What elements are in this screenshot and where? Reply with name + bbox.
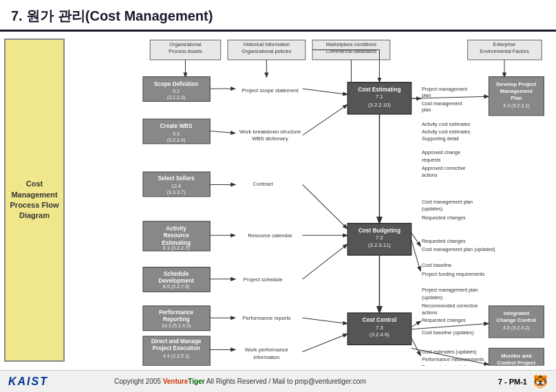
svg-line-81	[303, 184, 348, 228]
svg-text:7.1: 7.1	[376, 94, 383, 100]
svg-text:7.2: 7.2	[376, 235, 383, 241]
svg-text:(3.2.2.10): (3.2.2.10)	[368, 102, 391, 108]
svg-text:Project scope statement: Project scope statement	[242, 87, 299, 94]
svg-text:Cost Control: Cost Control	[363, 317, 397, 323]
svg-text:Project funding requirements: Project funding requirements	[422, 272, 485, 277]
svg-text:Activity cost estimates: Activity cost estimates	[422, 129, 471, 135]
svg-text:requests: requests	[422, 157, 441, 163]
svg-text:Enterprise: Enterprise	[493, 42, 516, 47]
svg-text:Work breakdown structure: Work breakdown structure	[239, 129, 301, 135]
svg-text:4.4 (3.2.5.1): 4.4 (3.2.5.1)	[163, 353, 190, 359]
svg-text:Schedule: Schedule	[164, 271, 189, 277]
kaist-logo: KAIST	[8, 375, 48, 388]
svg-line-80	[303, 105, 348, 135]
svg-line-85	[303, 334, 348, 352]
svg-text:Commercial databases: Commercial databases	[326, 49, 377, 54]
svg-text:Change Control: Change Control	[497, 317, 537, 323]
svg-text:plan: plan	[422, 107, 431, 113]
svg-text:actions: actions	[422, 173, 438, 178]
svg-text:(3.2.2.4): (3.2.2.4)	[167, 138, 186, 143]
svg-text:information: information	[253, 354, 279, 360]
svg-text:(3.1.2.3): (3.1.2.3)	[167, 95, 186, 100]
svg-text:Performance: Performance	[159, 309, 194, 316]
svg-text:Cost management: Cost management	[422, 101, 462, 107]
svg-text:Process Assets: Process Assets	[169, 49, 202, 54]
svg-text:Approved corrective: Approved corrective	[422, 166, 466, 171]
svg-text:Management: Management	[500, 88, 533, 94]
svg-text:5.3: 5.3	[173, 131, 180, 137]
svg-text:Project management plan: Project management plan	[422, 287, 478, 293]
svg-text:(updates): (updates)	[422, 206, 442, 212]
venturetiger-icon: 🐯	[533, 374, 548, 389]
svg-text:Requested changes: Requested changes	[422, 318, 466, 323]
svg-text:Cost management plan (updated): Cost management plan (updated)	[422, 247, 495, 252]
svg-line-79	[303, 89, 348, 94]
svg-text:Performance reports: Performance reports	[242, 315, 290, 321]
sidebar-label: Cost Management Process Flow Diagram	[4, 39, 65, 362]
svg-text:5.2: 5.2	[173, 89, 180, 94]
svg-text:Work performance: Work performance	[245, 347, 288, 353]
svg-text:Cost management plan: Cost management plan	[422, 199, 473, 205]
svg-text:Supporting detail: Supporting detail	[422, 136, 459, 142]
svg-text:10.3 (5.2.4.5): 10.3 (5.2.4.5)	[162, 323, 191, 329]
svg-text:Plan: Plan	[511, 95, 522, 101]
svg-text:Cost Estimating: Cost Estimating	[358, 87, 400, 93]
footer-left: KAIST	[8, 375, 48, 388]
svg-text:Resource calendar: Resource calendar	[248, 232, 292, 239]
svg-line-134	[411, 323, 489, 329]
svg-text:(3.2.4.6): (3.2.4.6)	[370, 331, 389, 338]
svg-text:Activity cost estimates: Activity cost estimates	[422, 122, 471, 127]
svg-text:Resource: Resource	[163, 232, 189, 239]
svg-line-135	[411, 338, 420, 356]
main-content: Cost Management Process Flow Diagram Org…	[0, 32, 556, 369]
svg-text:Forecasted completion: Forecasted completion	[422, 364, 471, 366]
svg-line-84	[303, 318, 348, 323]
svg-text:4.3 (3.2.3.1): 4.3 (3.2.3.1)	[503, 103, 530, 109]
svg-text:Develop Project: Develop Project	[496, 81, 537, 87]
svg-text:Organizational policies: Organizational policies	[242, 49, 291, 54]
svg-text:6.5 (3.2.7.9): 6.5 (3.2.7.9)	[163, 284, 190, 290]
svg-text:12.4: 12.4	[171, 184, 181, 189]
diagram-area: Organizational Process Assets Historical…	[69, 32, 556, 369]
svg-text:Project Execution: Project Execution	[152, 345, 200, 351]
svg-line-83	[303, 245, 348, 279]
svg-line-60	[210, 131, 235, 133]
svg-text:Monitor and: Monitor and	[501, 353, 531, 359]
svg-text:Requested changes: Requested changes	[422, 239, 466, 244]
svg-text:Direct and Manage: Direct and Manage	[151, 338, 202, 345]
svg-text:Marketplace conditions: Marketplace conditions	[326, 42, 377, 47]
brand2: Tiger	[188, 378, 204, 385]
svg-text:Create WBS: Create WBS	[160, 123, 193, 129]
svg-text:Requested changes: Requested changes	[422, 215, 466, 221]
svg-text:Project management: Project management	[422, 87, 467, 92]
svg-text:Development: Development	[158, 278, 194, 284]
svg-line-133	[411, 321, 420, 327]
svg-text:Cost baseline (updates): Cost baseline (updates)	[422, 330, 474, 336]
flow-diagram: Organizational Process Assets Historical…	[72, 34, 553, 366]
svg-text:Organizational: Organizational	[169, 42, 202, 47]
header: 7. 원가 관리(Cost Management)	[0, 0, 556, 32]
footer-right: 7 - PM-1 🐯	[498, 374, 548, 389]
svg-text:Project schedule: Project schedule	[244, 276, 283, 283]
footer-center: Copyright 2005 VentureTiger All Rights R…	[114, 378, 366, 385]
svg-text:WBS dictionary: WBS dictionary	[252, 135, 288, 142]
svg-text:actions: actions	[422, 310, 438, 316]
svg-text:Environmental Factors: Environmental Factors	[480, 49, 529, 54]
brand1: Venture	[163, 378, 189, 385]
svg-text:Select Sellers: Select Sellers	[158, 175, 195, 182]
svg-text:4.6 (3.2.4.2): 4.6 (3.2.4.2)	[503, 325, 530, 331]
svg-text:Cost estimates (updates): Cost estimates (updates)	[422, 349, 477, 355]
svg-text:Control Project: Control Project	[498, 360, 536, 366]
page-number: 7 - PM-1	[498, 378, 527, 386]
svg-text:(updates): (updates)	[422, 295, 442, 301]
svg-text:Reporting: Reporting	[163, 316, 190, 323]
svg-text:Cost Budgeting: Cost Budgeting	[359, 228, 400, 234]
page-title: 7. 원가 관리(Cost Management)	[11, 8, 213, 23]
svg-text:Scope Definition: Scope Definition	[154, 81, 199, 87]
svg-text:(3.2.3.11): (3.2.3.11)	[368, 242, 391, 248]
svg-text:Recommended corrective: Recommended corrective	[422, 303, 478, 309]
svg-text:Cost baseline: Cost baseline	[422, 263, 451, 268]
svg-text:7.3: 7.3	[376, 325, 383, 331]
svg-text:(3.3.3.7): (3.3.3.7)	[167, 190, 186, 195]
footer: KAIST Copyright 2005 VentureTiger All Ri…	[0, 370, 556, 392]
